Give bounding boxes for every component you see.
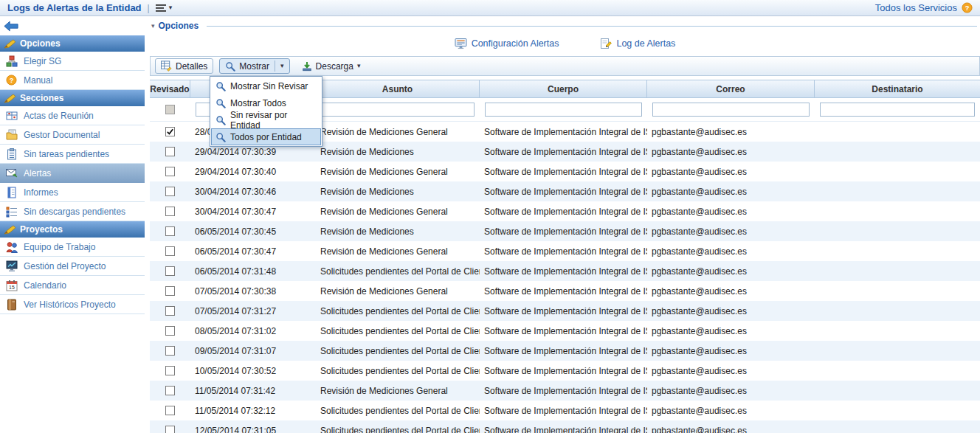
cell-asunto: Solicitudes pendientes del Portal de Cli… <box>316 326 480 336</box>
column-header-destinatario[interactable]: Destinatario <box>815 80 980 97</box>
sidebar-item-actas-de-reunion[interactable]: Actas de Reunión <box>0 106 145 125</box>
table-row[interactable]: 07/05/2014 07:30:38Revisión de Medicione… <box>150 281 980 301</box>
row-checkbox[interactable] <box>165 127 175 136</box>
dropdown-item-sin-revisar-por-entidad[interactable]: Sin revisar por Entidad <box>211 111 321 128</box>
row-checkbox[interactable] <box>165 386 175 395</box>
table-row[interactable]: 30/04/2014 07:30:46Revisión de Medicione… <box>150 181 980 201</box>
column-header-asunto[interactable]: Asunto <box>316 80 480 97</box>
sidebar-item-elegir-sg[interactable]: Elegir SG <box>0 52 145 71</box>
filter-input-destinatario[interactable] <box>820 103 975 117</box>
column-header-correo[interactable]: Correo <box>647 80 815 97</box>
table-row[interactable]: 11/05/2014 07:31:42Revisión de Medicione… <box>150 381 980 401</box>
row-checkbox[interactable] <box>165 246 175 256</box>
back-button[interactable] <box>0 16 145 35</box>
dropdown-item-label: Mostrar Sin Revisar <box>230 81 308 91</box>
sidebar-section-proyectos[interactable]: Proyectos <box>0 221 145 238</box>
filter-cell-asunto <box>316 103 480 117</box>
sidebar-item-sin-descargas-pendientes[interactable]: Sin descargas pendientes <box>0 202 145 221</box>
filter-input-correo[interactable] <box>652 103 810 117</box>
dropdown-item-mostrar-sin-revisar[interactable]: Mostrar Sin Revisar <box>211 77 321 94</box>
table-row[interactable]: 11/05/2014 07:32:12Solicitudes pendiente… <box>150 401 980 420</box>
sidebar-item-gestor-documental[interactable]: Gestor Documental <box>0 125 145 145</box>
row-checkbox[interactable] <box>165 187 175 196</box>
cell-cuerpo: Software de Implementación Integral de I… <box>480 226 647 237</box>
cell-asunto: Solicitudes pendientes del Portal de Cli… <box>316 426 480 433</box>
sidebar-section-opciones[interactable]: Opciones <box>0 35 145 52</box>
descarga-button[interactable]: Descarga ▾ <box>296 58 367 74</box>
sidebar-item-gestion-del-proyecto[interactable]: Gestión del Proyecto <box>0 257 145 276</box>
cell-correo: pgbastante@audisec.es <box>647 167 815 177</box>
column-header-revisado[interactable]: Revisado <box>150 80 190 97</box>
table-row[interactable]: 12/05/2014 07:31:05Solicitudes pendiente… <box>150 420 980 433</box>
table-row[interactable]: 06/05/2014 07:30:47Revisión de Medicione… <box>150 241 980 261</box>
table-row[interactable]: 08/05/2014 07:31:02Solicitudes pendiente… <box>150 321 980 341</box>
caret-down-icon[interactable]: ▾ <box>280 63 284 69</box>
dropdown-item-label: Mostrar Todos <box>230 98 286 108</box>
row-checkbox[interactable] <box>165 366 175 375</box>
table-row[interactable]: 30/04/2014 07:30:47Revisión de Medicione… <box>150 201 980 221</box>
cell-asunto: Solicitudes pendientes del Portal de Cli… <box>316 346 480 356</box>
revisado-cell <box>150 306 190 316</box>
filter-input-cuerpo[interactable] <box>485 103 642 117</box>
cell-cuerpo: Software de Implementación Integral de I… <box>480 167 647 177</box>
sidebar-item-calendario[interactable]: 15Calendario <box>0 276 145 295</box>
cell-cuerpo: Software de Implementación Integral de I… <box>480 426 647 433</box>
all-services-link[interactable]: Todos los Servicios <box>875 2 957 13</box>
table-row[interactable]: 07/05/2014 07:31:27Solicitudes pendiente… <box>150 301 980 321</box>
sidebar-item-label: Ver Históricos Proyecto <box>24 299 116 310</box>
table-row[interactable]: 06/05/2014 07:30:45Revisión de Medicione… <box>150 221 980 241</box>
topbar-right: Todos los Servicios ? <box>875 2 973 13</box>
cell-cuerpo: Software de Implementación Integral de I… <box>480 127 647 137</box>
log-de-alertas-link[interactable]: Log de Alertas <box>600 38 675 49</box>
row-checkbox[interactable] <box>165 346 175 356</box>
log-pencil-icon <box>600 38 612 49</box>
sidebar-sections: OpcionesElegir SG?ManualSeccionesActas d… <box>0 35 145 314</box>
detalles-button[interactable]: Detalles <box>155 58 213 74</box>
row-checkbox[interactable] <box>165 306 175 316</box>
sidebar-item-informes[interactable]: Informes <box>0 183 145 202</box>
envelope-alert-icon <box>4 168 18 179</box>
table-row[interactable]: 06/05/2014 07:31:48Solicitudes pendiente… <box>150 261 980 281</box>
cell-asunto: Revisión de Mediciones <box>316 187 480 197</box>
table-row[interactable]: 29/04/2014 07:30:40Revisión de Medicione… <box>150 162 980 181</box>
revisado-cell <box>150 386 190 395</box>
select-all-checkbox[interactable] <box>165 105 175 114</box>
page-title: Logs de Alertas de la Entidad <box>7 2 142 13</box>
menu-toggle-button[interactable]: ▾ <box>156 4 173 13</box>
sidebar-section-secciones[interactable]: Secciones <box>0 90 145 106</box>
sidebar-item-sin-tareas-pendientes[interactable]: Sin tareas pendientes <box>0 145 145 164</box>
cell-cuerpo: Software de Implementación Integral de I… <box>480 246 647 257</box>
row-checkbox[interactable] <box>165 326 175 336</box>
filter-input-asunto[interactable] <box>321 103 475 117</box>
help-icon[interactable]: ? <box>962 2 973 13</box>
opciones-collapse-header[interactable]: ▾ Opciones <box>150 19 980 32</box>
column-header-cuerpo[interactable]: Cuerpo <box>480 80 647 97</box>
row-checkbox[interactable] <box>165 426 175 433</box>
row-checkbox[interactable] <box>165 147 175 156</box>
sidebar-item-manual[interactable]: ?Manual <box>0 71 145 90</box>
cell-cuerpo: Software de Implementación Integral de I… <box>480 326 647 336</box>
sidebar-item-alertas[interactable]: Alertas <box>0 164 145 183</box>
caret-down-icon[interactable]: ▾ <box>357 63 361 69</box>
row-checkbox[interactable] <box>165 207 175 216</box>
brush-icon <box>4 225 16 235</box>
sidebar-item-equipo-de-trabajo[interactable]: Equipo de Trabajo <box>0 238 145 257</box>
row-checkbox[interactable] <box>165 167 175 176</box>
sidebar-item-label: Manual <box>24 75 52 86</box>
magnifier-icon <box>225 61 235 72</box>
table-row[interactable]: 10/05/2014 07:30:52Solicitudes pendiente… <box>150 361 980 381</box>
row-checkbox[interactable] <box>165 406 175 415</box>
sidebar-item-ver-historicos-proyecto[interactable]: Ver Históricos Proyecto <box>0 295 145 314</box>
help-icon: ? <box>4 75 18 86</box>
mostrar-dropdown-menu: Mostrar Sin RevisarMostrar TodosSin revi… <box>210 76 322 147</box>
row-checkbox[interactable] <box>165 226 175 236</box>
table-row[interactable]: 09/05/2014 07:31:07Solicitudes pendiente… <box>150 341 980 361</box>
mostrar-button[interactable]: Mostrar ▾ <box>219 58 289 74</box>
cell-fecha: 07/05/2014 07:30:38 <box>190 286 316 297</box>
row-checkbox[interactable] <box>165 266 175 276</box>
configuracion-alertas-link[interactable]: Configuración Alertas <box>455 38 559 49</box>
sidebar-item-label: Sin tareas pendientes <box>24 149 109 159</box>
cell-asunto: Solicitudes pendientes del Portal de Cli… <box>316 366 480 376</box>
dropdown-item-todos-por-entidad[interactable]: Todos por Entidad <box>211 128 321 145</box>
row-checkbox[interactable] <box>165 286 175 296</box>
